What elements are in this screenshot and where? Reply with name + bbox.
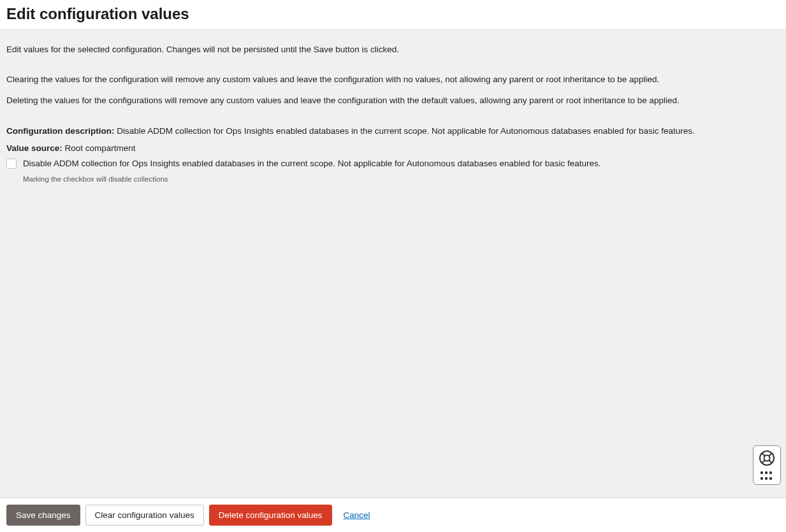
dialog-content: Edit values for the selected configurati… bbox=[0, 30, 786, 498]
help-apps-icon[interactable] bbox=[761, 471, 773, 480]
svg-line-4 bbox=[762, 460, 765, 463]
config-description-value: Disable ADDM collection for Ops Insights… bbox=[117, 126, 695, 136]
dialog-footer: Save changes Clear configuration values … bbox=[0, 498, 786, 532]
cancel-link[interactable]: Cancel bbox=[344, 510, 370, 520]
dialog-header: Edit configuration values bbox=[0, 0, 786, 30]
deleting-note: Deleting the values for the configuratio… bbox=[6, 95, 780, 107]
disable-addm-checkbox[interactable] bbox=[6, 159, 17, 169]
disable-addm-hint: Marking the checkbox will disable collec… bbox=[23, 175, 601, 183]
page-title: Edit configuration values bbox=[6, 5, 780, 23]
svg-line-3 bbox=[769, 453, 772, 456]
delete-button[interactable]: Delete configuration values bbox=[209, 505, 332, 526]
svg-line-2 bbox=[762, 453, 765, 456]
clearing-note: Clearing the values for the configuratio… bbox=[6, 74, 780, 86]
svg-line-5 bbox=[769, 460, 772, 463]
value-source-row: Value source: Root compartment bbox=[6, 143, 780, 153]
checkbox-text-wrap: Disable ADDM collection for Ops Insights… bbox=[23, 158, 601, 183]
save-button[interactable]: Save changes bbox=[6, 505, 80, 526]
clear-button[interactable]: Clear configuration values bbox=[85, 505, 204, 526]
help-widget bbox=[753, 445, 781, 485]
config-description-row: Configuration description: Disable ADDM … bbox=[6, 126, 780, 136]
value-source-value: Root compartment bbox=[65, 143, 136, 153]
help-lifering-icon[interactable] bbox=[759, 450, 775, 466]
value-source-label: Value source: bbox=[6, 143, 62, 153]
disable-addm-row: Disable ADDM collection for Ops Insights… bbox=[6, 158, 780, 183]
svg-point-1 bbox=[764, 456, 770, 461]
disable-addm-label: Disable ADDM collection for Ops Insights… bbox=[23, 158, 601, 170]
config-description-label: Configuration description: bbox=[6, 126, 115, 136]
intro-text: Edit values for the selected configurati… bbox=[6, 44, 780, 56]
